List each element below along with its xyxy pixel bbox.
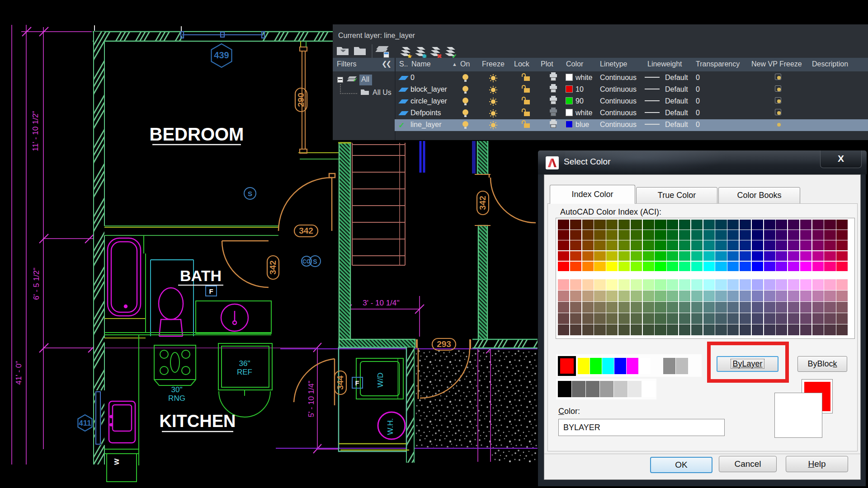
svg-text:W: W: [113, 458, 120, 465]
svg-text:S: S: [248, 190, 252, 197]
svg-text:5' - 10 1/4": 5' - 10 1/4": [307, 380, 316, 417]
svg-text:3' - 10 1/4'': 3' - 10 1/4'': [363, 299, 400, 307]
svg-text:F: F: [209, 287, 213, 295]
svg-text:S: S: [313, 258, 317, 265]
svg-text:BATH: BATH: [180, 267, 222, 284]
svg-text:439: 439: [214, 50, 229, 60]
svg-text:REF: REF: [237, 368, 252, 376]
svg-text:6' - 5 1/2": 6' - 5 1/2": [32, 267, 41, 300]
svg-text:293: 293: [437, 339, 451, 349]
svg-text:F: F: [355, 379, 359, 387]
svg-text:W.H.: W.H.: [386, 418, 395, 435]
svg-text:11' - 10 1/2": 11' - 10 1/2": [31, 111, 40, 151]
svg-text:342: 342: [478, 196, 487, 210]
svg-text:KITCHEN: KITCHEN: [160, 412, 236, 431]
svg-text:41' - 0": 41' - 0": [14, 361, 23, 385]
svg-text:BEDROOM: BEDROOM: [150, 124, 244, 144]
svg-text:344: 344: [335, 375, 345, 390]
svg-text:W/D: W/D: [376, 372, 385, 387]
svg-text:342: 342: [268, 260, 278, 275]
svg-text:36": 36": [239, 359, 250, 368]
svg-text:RNG: RNG: [168, 394, 185, 403]
svg-text:290: 290: [296, 93, 306, 107]
svg-text:342: 342: [299, 226, 313, 235]
svg-text:411: 411: [79, 419, 91, 427]
svg-text:30": 30": [171, 385, 183, 394]
